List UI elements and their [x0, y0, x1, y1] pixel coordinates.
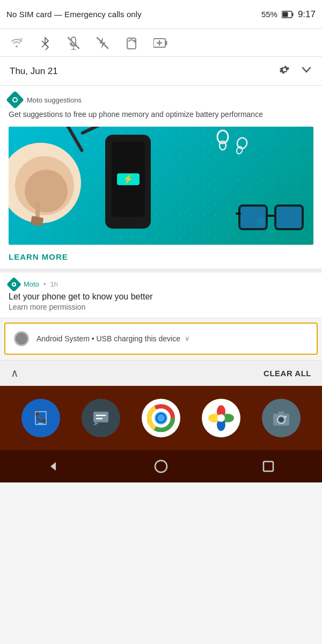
clear-all-button[interactable]: CLEAR ALL — [264, 369, 311, 378]
svg-point-18 — [219, 141, 226, 150]
android-chevron-icon: ∨ — [185, 334, 190, 342]
flash-off-icon — [96, 36, 109, 50]
navigation-bar — [0, 450, 322, 482]
learn-more-button[interactable]: LEARN MORE — [0, 245, 322, 269]
svg-marker-44 — [50, 462, 56, 471]
icon-row: ? — [0, 29, 322, 57]
back-button[interactable] — [38, 456, 70, 477]
moto-icon-small — [6, 276, 21, 291]
svg-text:?: ? — [19, 38, 23, 43]
svg-rect-46 — [264, 462, 273, 471]
moto-notif2-time: 1h — [50, 280, 57, 288]
android-system-notification[interactable]: Android System • USB charging this devic… — [4, 323, 318, 355]
android-system-text: Android System • USB charging this devic… — [36, 334, 190, 343]
android-system-icon — [14, 331, 29, 346]
bluetooth-icon — [39, 36, 52, 50]
moto-suggestions-image: ⚡ — [9, 127, 313, 245]
svg-point-42 — [279, 418, 283, 422]
mute-icon — [67, 36, 80, 50]
moto-notif2-appname: Moto — [24, 280, 39, 288]
date-row: Thu, Jun 21 — [0, 57, 322, 86]
svg-text:📞: 📞 — [35, 411, 47, 423]
collapse-bar: ∧ CLEAR ALL — [0, 360, 322, 386]
wifi-icon: ? — [10, 36, 24, 50]
add-battery-icon — [153, 37, 167, 49]
svg-marker-23 — [93, 422, 99, 426]
settings-icon[interactable] — [278, 63, 291, 79]
expand-icon[interactable] — [301, 64, 312, 79]
battery-percentage: 55% — [261, 10, 277, 19]
moto-diamond-icon — [6, 91, 24, 109]
moto-suggestions-card: Moto suggestions Get suggestions to free… — [0, 86, 322, 245]
svg-rect-43 — [284, 416, 287, 418]
svg-marker-10 — [99, 37, 106, 49]
svg-point-38 — [217, 414, 225, 422]
svg-rect-14 — [166, 41, 167, 45]
status-bar: No SIM card — Emergency calls only 55% 9… — [0, 0, 322, 29]
recents-button[interactable] — [252, 456, 284, 477]
chrome-app-icon[interactable] — [142, 399, 180, 437]
moto-app-name: Moto suggestions — [27, 96, 82, 104]
moto-suggestions-description: Get suggestions to free up phone memory … — [9, 109, 313, 120]
svg-rect-2 — [282, 12, 288, 17]
moto-second-notification: Moto • 1h Let your phone get to know you… — [0, 273, 322, 318]
sim-status: No SIM card — Emergency calls only — [6, 10, 142, 19]
svg-marker-40 — [278, 412, 284, 414]
notifications-area: Moto suggestions Get suggestions to free… — [0, 86, 322, 386]
clock-time: 9:17 — [298, 9, 316, 20]
camera-app-icon[interactable] — [262, 399, 301, 437]
svg-rect-1 — [292, 13, 293, 16]
moto-notif2-subtitle: Learn more permission — [9, 303, 313, 311]
auto-rotate-icon — [125, 36, 138, 50]
collapse-arrow-icon[interactable]: ∧ — [11, 367, 19, 379]
date-display: Thu, Jun 21 — [10, 66, 58, 77]
phone-app-icon[interactable]: 📞 — [21, 399, 60, 437]
home-dock: 📞 — [0, 386, 322, 450]
home-button[interactable] — [145, 456, 177, 477]
svg-point-45 — [155, 460, 167, 472]
messages-app-icon[interactable] — [82, 399, 120, 437]
moto-notif2-title: Let your phone get to know you better — [9, 292, 313, 302]
battery-icon — [282, 11, 294, 18]
svg-rect-22 — [93, 412, 108, 422]
svg-point-32 — [157, 414, 165, 422]
photos-app-icon[interactable] — [202, 399, 240, 437]
svg-point-20 — [236, 145, 243, 155]
